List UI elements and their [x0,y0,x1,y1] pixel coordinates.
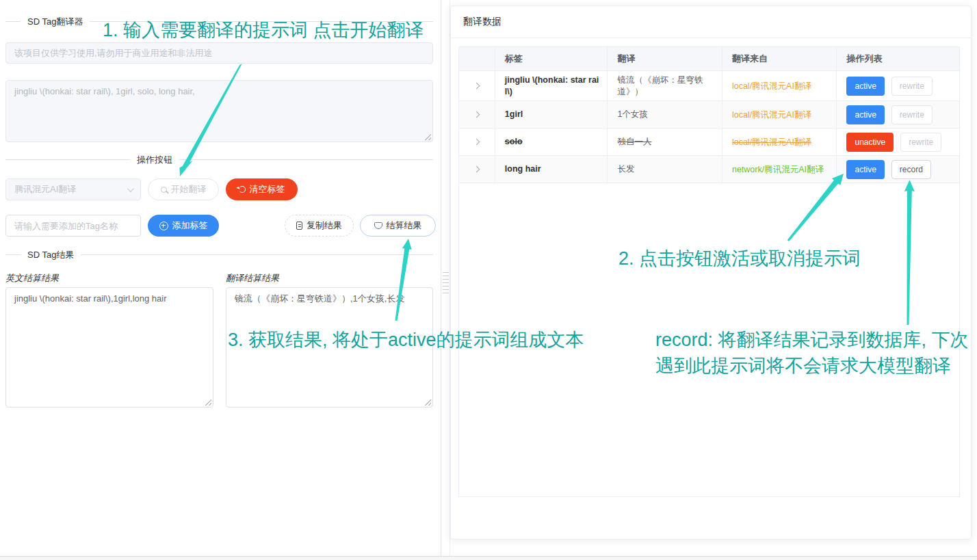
result-en-label: 英文结算结果 [5,272,59,284]
start-translate-button[interactable]: 开始翻译 [148,178,219,200]
annotation-record-note: record: 将翻译结果记录到数据库, 下次遇到此提示词将不会请求大模型翻译 [655,327,972,379]
tag-cell: jingliu \(honkai: star rail\) [505,75,601,98]
tag-cell: solo [505,136,523,148]
translation-data-card: 翻译数据 标签 翻译 翻译来自 操作列表 jingliu \(honkai: s… [450,5,972,539]
active-button[interactable]: active [846,160,884,179]
translator-select-value: 腾讯混元AI翻译 [14,183,76,196]
chevron-right-icon[interactable] [473,83,480,90]
source-cell: local/腾讯混元AI翻译 [732,137,811,148]
annotation-step1: 1. 输入需要翻译的提示词 点击开始翻译 [103,18,424,42]
chevron-right-icon[interactable] [473,166,480,173]
search-icon [161,187,167,193]
header-translation: 翻译 [608,47,722,70]
tag-cell: long hair [505,163,541,175]
record-button[interactable]: record [891,160,931,179]
table-row: long hair 长发 network/腾讯混元AI翻译 active rec… [459,156,959,183]
refresh-icon [239,186,246,193]
prompt-textarea[interactable]: jingliu \(honkai: star rail\), 1girl, so… [6,81,432,142]
translation-table: 标签 翻译 翻译来自 操作列表 jingliu \(honkai: star r… [458,46,960,497]
header-operations: 操作列表 [837,47,959,70]
app-root: SD Tag翻译器 jingliu \(honkai: star rail\),… [0,0,977,560]
unactive-button[interactable]: unactive [846,133,894,152]
header-expand [459,47,495,70]
divider-result: SD Tag结果 [5,254,433,255]
result-en-textarea[interactable]: jingliu \(honkai: star rail\),1girl,long… [6,288,213,407]
add-tag-input[interactable] [5,215,141,237]
rewrite-button[interactable]: rewrite [900,133,941,152]
card-title: 翻译数据 [463,16,501,28]
splitter-grip-icon[interactable] [443,269,449,296]
copy-result-button[interactable]: 复制结果 [285,215,354,237]
circle-plus-icon [159,222,168,230]
horizontal-scrollbar[interactable] [0,556,977,560]
chevron-right-icon[interactable] [473,139,480,146]
divider-actions: 操作按钮 [5,159,433,160]
translation-cell: 1个女孩 [617,109,647,120]
annotation-step2: 2. 点击按钮激活或取消提示词 [618,246,861,271]
tag-cell: 1girl [505,109,523,120]
translation-cell: 独自一人 [617,136,651,148]
rewrite-button[interactable]: rewrite [891,105,933,124]
section-title-translator: SD Tag翻译器 [21,15,90,29]
translation-cell: 长发 [617,163,634,175]
card-header: 翻译数据 [451,6,971,38]
source-cell: local/腾讯混元AI翻译 [732,109,811,120]
chevron-right-icon[interactable] [473,111,480,118]
table-row: jingliu \(honkai: star rail\) 镜流（《崩坏：星穹铁… [459,71,959,101]
source-cell: local/腾讯混元AI翻译 [732,81,811,92]
settle-result-button[interactable]: 结算结果 [360,215,436,237]
header-tag: 标签 [495,47,608,70]
result-zh-label: 翻译结算结果 [226,272,279,284]
translator-select[interactable]: 腾讯混元AI翻译 [5,178,141,200]
add-tag-button[interactable]: 添加标签 [148,215,219,237]
chevron-down-icon [127,185,134,192]
notice-input[interactable] [5,42,433,64]
document-icon [296,222,302,230]
active-button[interactable]: active [846,105,884,124]
table-row: 1girl 1个女孩 local/腾讯混元AI翻译 active rewrite [459,101,959,129]
active-button[interactable]: active [846,77,884,96]
section-title-result: SD Tag结果 [21,248,81,262]
header-source: 翻译来自 [722,47,837,70]
left-panel: SD Tag翻译器 jingliu \(honkai: star rail\),… [0,0,436,556]
result-en-textarea-wrap: jingliu \(honkai: star rail\),1girl,long… [5,287,213,408]
panel-splitter[interactable] [441,0,450,556]
translation-cell: 镜流（《崩坏：星穹铁道》） [617,75,715,98]
clear-tags-button[interactable]: 清空标签 [226,178,298,200]
prompt-textarea-wrap: jingliu \(honkai: star rail\), 1girl, so… [5,80,433,142]
annotation-step3: 3. 获取结果, 将处于active的提示词组成文本 [228,328,584,352]
rewrite-button[interactable]: rewrite [891,77,933,96]
source-cell: network/腾讯混元AI翻译 [732,164,824,175]
seal-icon [374,222,382,229]
table-header-row: 标签 翻译 翻译来自 操作列表 [459,47,959,71]
section-title-actions: 操作按钮 [130,153,179,167]
table-row: solo 独自一人 local/腾讯混元AI翻译 unactive rewrit… [459,129,959,156]
